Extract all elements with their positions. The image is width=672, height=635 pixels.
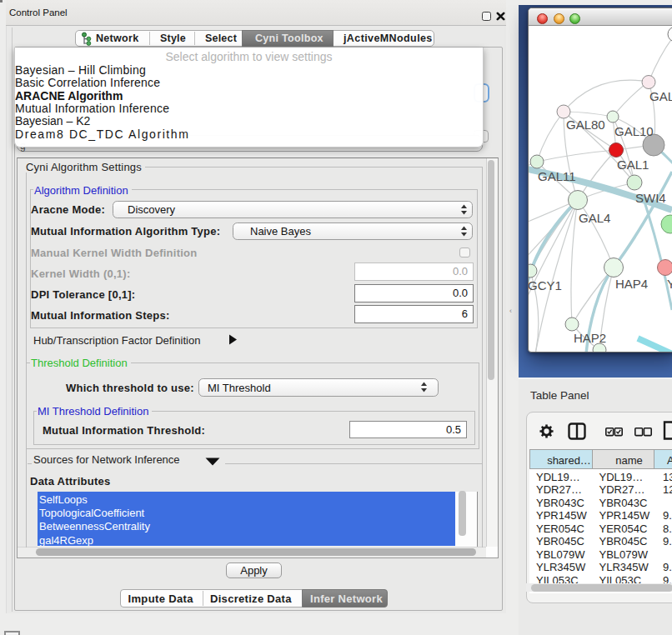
svg-text:GAL80: GAL80 [566,118,605,132]
svg-text:SWI4: SWI4 [635,191,666,205]
svg-text:GAL10: GAL10 [614,124,654,138]
svg-text:GCY1: GCY1 [529,278,562,292]
svg-text:HAP4: HAP4 [615,277,648,291]
svg-text:HAP2: HAP2 [574,331,606,345]
svg-text:GAL11: GAL11 [538,169,576,183]
svg-text:YJ: YJ [667,277,672,291]
svg-text:GAL7: GAL7 [649,89,672,103]
svg-text:GAL1: GAL1 [617,158,649,172]
svg-text:GAL4: GAL4 [579,211,610,225]
